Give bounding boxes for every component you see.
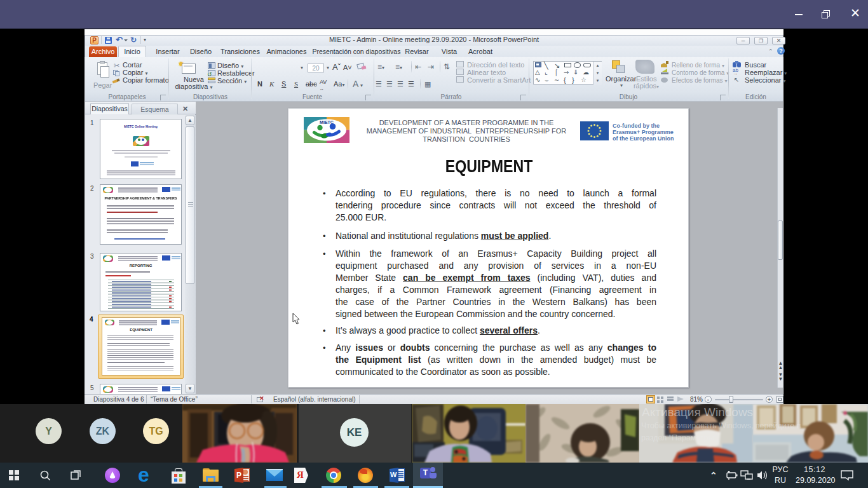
svg-text:MIETC: MIETC bbox=[320, 120, 334, 125]
